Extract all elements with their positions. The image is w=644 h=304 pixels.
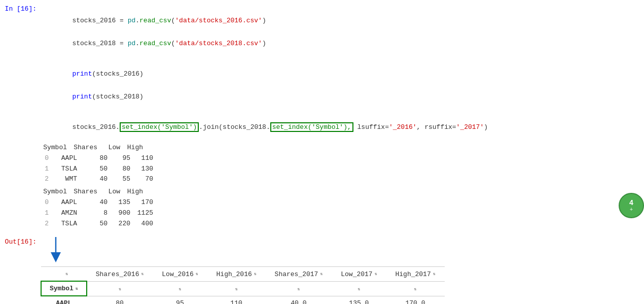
df-col-low2016[interactable]: Low_2016 ⇅ (153, 267, 207, 282)
code-line-1: stocks_2016 = pd.read_csv('data/stocks_2… (41, 9, 644, 32)
dataframe-table: ⇅ Shares_2016 ⇅ Low_2016 (41, 266, 445, 304)
arrow-area (46, 237, 644, 262)
table1-row1: 1 TSLA 50 80 130 (41, 164, 644, 175)
code-line-7: stocks_2016.set_index('Symbol').join(sto… (41, 116, 644, 139)
table2-header: Symbol Shares Low High (41, 187, 644, 197)
output-cell: Out[16]: ⇅ (0, 237, 644, 304)
code-line-4: print(stocks_2016) (41, 62, 644, 85)
df-table-body: AAPL 80 95 110 40.0 135.0 170.0 TSLA 50 … (41, 296, 445, 304)
df-header-row: ⇅ Shares_2016 ⇅ Low_2016 (41, 267, 445, 282)
df-col-shares2017[interactable]: Shares_2017 ⇅ (266, 267, 332, 282)
print-output: Symbol Shares Low High 0 AAPL 80 95 110 … (41, 143, 644, 229)
code-line-blank1 (41, 55, 644, 62)
cell-out-label: Out[16]: (0, 237, 41, 304)
dataframe-table-wrapper: ⇅ Shares_2016 ⇅ Low_2016 (41, 266, 644, 304)
df-index-header-row: Symbol ⇅ ⇅ ⇅ ⇅ (41, 281, 445, 296)
table2-row0: 0 AAPL 40 135 170 (41, 197, 644, 208)
df-col-high2017[interactable]: High_2017 ⇅ (386, 267, 445, 282)
blue-arrow-icon (46, 237, 76, 262)
svg-marker-1 (51, 252, 61, 262)
input-cell: In [16]: stocks_2016 = pd.read_csv('data… (0, 0, 644, 235)
cell-in-label: In [16]: (0, 4, 41, 231)
df-empty-header: ⇅ (41, 267, 87, 282)
df-cell-shares2016-aapl: 80 (87, 296, 153, 304)
df-index-sub-col1: ⇅ (87, 281, 153, 296)
df-col-low2017[interactable]: Low_2017 ⇅ (332, 267, 386, 282)
df-col-shares2016[interactable]: Shares_2016 ⇅ (87, 267, 153, 282)
df-cell-low2016-aapl: 95 (153, 296, 207, 304)
df-index-sub-col6: ⇅ (386, 281, 445, 296)
table1-row2: 2 WMT 40 55 70 (41, 174, 644, 185)
code-line-5: print(stocks_2018) (41, 85, 644, 108)
table-row: AAPL 80 95 110 40.0 135.0 170.0 (41, 296, 445, 304)
output-content: ⇅ Shares_2016 ⇅ Low_2016 (41, 237, 644, 304)
table1-header: Symbol Shares Low High (41, 143, 644, 153)
df-index-sub-col2: ⇅ (153, 281, 207, 296)
badge-circle[interactable]: 4 + (619, 193, 644, 218)
df-cell-symbol-aapl: AAPL (41, 296, 87, 304)
df-index-sub-col4: ⇅ (266, 281, 332, 296)
table2-row1: 1 AMZN 8 900 1125 (41, 208, 644, 219)
df-index-sub-col5: ⇅ (332, 281, 386, 296)
df-index-sub-col3: ⇅ (207, 281, 266, 296)
df-cell-shares2017-aapl: 40.0 (266, 296, 332, 304)
df-cell-high2016-aapl: 110 (207, 296, 266, 304)
code-line-2: stocks_2018 = pd.read_csv('data/stocks_2… (41, 32, 644, 55)
code-line-blank2 (41, 108, 644, 116)
badge-plus: + (630, 207, 633, 213)
df-cell-low2017-aapl: 135.0 (332, 296, 386, 304)
df-col-high2016[interactable]: High_2016 ⇅ (207, 267, 266, 282)
df-cell-high2017-aapl: 170.0 (386, 296, 445, 304)
badge-number: 4 (629, 199, 633, 207)
table2-row2: 2 TSLA 50 220 400 (41, 219, 644, 229)
table1-row0: 0 AAPL 80 95 110 (41, 153, 644, 164)
cell-code-content: stocks_2016 = pd.read_csv('data/stocks_2… (41, 4, 644, 231)
df-index-header[interactable]: Symbol ⇅ (41, 281, 87, 296)
code-area: stocks_2016 = pd.read_csv('data/stocks_2… (41, 4, 644, 231)
